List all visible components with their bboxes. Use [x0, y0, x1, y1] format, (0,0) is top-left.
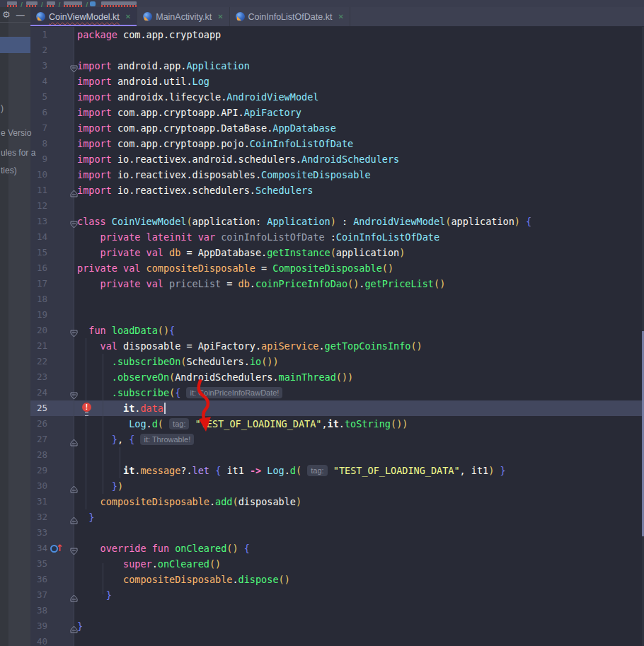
code-line[interactable]: 3import android.app.Application [30, 58, 644, 74]
fold-open-icon[interactable] [70, 544, 78, 560]
code-line[interactable]: 20 fun loadData(){ [30, 323, 644, 338]
tab-coininfolistofdate[interactable]: CoinInfoListOfDate.kt ✕ [230, 7, 350, 26]
fold-open-icon[interactable] [70, 326, 78, 342]
breadcrumb-bar[interactable]: //// [0, 0, 644, 7]
code-line[interactable]: 40 [30, 634, 644, 646]
line-number: 15 [30, 245, 47, 260]
code-line[interactable]: 28 [30, 447, 644, 463]
breadcrumb-item[interactable] [64, 1, 82, 7]
line-number: 17 [30, 276, 47, 292]
code-line[interactable]: 14 private lateinit var coinInfoListOfDa… [30, 229, 644, 245]
gutter: 38 [30, 603, 74, 618]
code-line[interactable]: 19 [30, 307, 644, 323]
code-line[interactable]: 32 } [30, 509, 644, 525]
minimize-icon[interactable]: — [16, 10, 25, 20]
line-number: 35 [30, 556, 47, 572]
fold-open-icon[interactable] [70, 388, 78, 404]
code-text: it.data [74, 400, 644, 416]
line-number: 10 [30, 167, 47, 183]
code-line[interactable]: 2 [30, 42, 644, 58]
tab-coinviewmodel[interactable]: CoinViewModel.kt ✕ [30, 7, 137, 26]
toolwindow-header: ⚙ — [0, 7, 30, 23]
code-text: package com.app.cryptoapp [74, 27, 644, 42]
gutter: 21 [30, 338, 74, 354]
gutter: 13 [30, 214, 74, 229]
code-line[interactable]: 34↑ override fun onCleared() { [30, 541, 644, 556]
code-text: Log.d( tag: "TEST_OF_LOADING_DATA",it.to… [74, 416, 644, 432]
fold-close-icon[interactable] [70, 435, 78, 451]
breadcrumb-separator: / [59, 2, 61, 7]
error-bulb-icon[interactable]: ! [82, 403, 91, 412]
fold-open-icon[interactable] [70, 62, 78, 77]
line-number: 1 [30, 27, 47, 42]
code-line[interactable]: 12 [30, 198, 644, 214]
code-line[interactable]: 23 .observeOn(AndroidSchedulers.mainThre… [30, 369, 644, 385]
gutter: 5 [30, 89, 74, 105]
tree-item-fragment: ules for a [1, 148, 35, 158]
code-line[interactable]: 29 it.message?.let { it1 -> Log.d( tag: … [30, 463, 644, 478]
fold-close-icon[interactable] [70, 591, 78, 606]
breadcrumb-item[interactable] [101, 1, 137, 7]
code-line[interactable]: 35 super.onCleared() [30, 556, 644, 572]
code-line[interactable]: 4import android.util.Log [30, 74, 644, 89]
code-line[interactable]: 39} [30, 618, 644, 634]
code-line[interactable]: 38 [30, 603, 644, 618]
close-tab-icon[interactable]: ✕ [338, 13, 343, 21]
code-line[interactable]: 13class CoinViewModel(application: Appli… [30, 214, 644, 229]
code-line[interactable]: 21 val disposable = ApiFactory.apiServic… [30, 338, 644, 354]
line-number: 39 [30, 618, 47, 634]
line-number: 19 [30, 307, 47, 323]
line-number: 5 [30, 89, 47, 105]
close-tab-icon[interactable]: ✕ [217, 13, 223, 21]
fold-close-icon[interactable] [70, 186, 78, 202]
code-line[interactable]: 10import io.reactivex.disposables.Compos… [30, 167, 644, 183]
code-line[interactable]: 6import com.app.cryptoapp.API.ApiFactory [30, 105, 644, 120]
gear-icon[interactable]: ⚙ [2, 10, 11, 19]
code-line[interactable]: 17 private val priceList = db.coinPriceI… [30, 276, 644, 292]
code-line[interactable]: 7import com.app.cryptoapp.DataBase.AppDa… [30, 120, 644, 136]
fold-close-icon[interactable] [70, 622, 78, 638]
code-line[interactable]: 27 }, { it: Throwable! [30, 432, 644, 447]
gutter: 10 [30, 167, 74, 183]
close-tab-icon[interactable]: ✕ [125, 13, 131, 21]
code-text: private val priceList = db.coinPriceInfo… [74, 276, 644, 292]
line-number: 22 [30, 354, 47, 369]
code-editor[interactable]: 1package com.app.cryptoapp23import andro… [30, 27, 644, 646]
selected-tree-row[interactable] [0, 37, 30, 53]
line-number: 16 [30, 260, 47, 276]
breadcrumb-item[interactable] [26, 1, 38, 7]
fold-close-icon[interactable] [70, 482, 78, 497]
code-line[interactable]: 15 private val db = AppDatabase.getInsta… [30, 245, 644, 260]
text-caret [164, 403, 166, 414]
code-line[interactable]: 16private val compositeDisposable = Comp… [30, 260, 644, 276]
line-number: 18 [30, 292, 47, 307]
code-line[interactable]: 5import androidx.lifecycle.AndroidViewMo… [30, 89, 644, 105]
code-line[interactable]: 31 compositeDisposable.add(disposable) [30, 494, 644, 509]
code-line[interactable]: 18 [30, 292, 644, 307]
code-text [74, 447, 644, 463]
code-line[interactable]: 11import io.reactivex.schedulers.Schedul… [30, 183, 644, 198]
code-line[interactable]: 33 [30, 525, 644, 541]
code-text: .observeOn(AndroidSchedulers.mainThread(… [74, 369, 644, 385]
gutter: 19 [30, 307, 74, 323]
breadcrumb-item[interactable] [47, 1, 55, 7]
code-line[interactable]: 37 } [30, 587, 644, 603]
code-line[interactable]: 24 .subscribe({ it: CoinPriceInfoRawDate… [30, 385, 644, 400]
code-text: fun loadData(){ [74, 323, 644, 338]
code-text: it.message?.let { it1 -> Log.d( tag: "TE… [74, 463, 644, 478]
fold-close-icon[interactable] [70, 513, 78, 529]
code-line[interactable]: 22 .subscribeOn(Schedulers.io()) [30, 354, 644, 369]
line-number: 11 [30, 183, 47, 198]
tree-item-fragment: ties) [1, 166, 17, 175]
code-line[interactable]: 9import io.reactivex.android.schedulers.… [30, 151, 644, 167]
code-line[interactable]: 26 Log.d( tag: "TEST_OF_LOADING_DATA",it… [30, 416, 644, 432]
fold-open-icon[interactable] [70, 217, 78, 233]
code-line[interactable]: 30 }) [30, 478, 644, 494]
code-line[interactable]: 1package com.app.cryptoapp [30, 27, 644, 42]
code-line[interactable]: 36 compositeDisposable.dispose() [30, 572, 644, 587]
override-method-icon[interactable]: ↑ [50, 543, 62, 553]
code-line[interactable]: 25 it.data! [30, 400, 644, 416]
code-line[interactable]: 8import com.app.cryptoapp.pojo.CoinInfoL… [30, 136, 644, 151]
tab-mainactivity[interactable]: MainActivity.kt ✕ [137, 7, 229, 26]
breadcrumb-item[interactable] [7, 1, 17, 7]
